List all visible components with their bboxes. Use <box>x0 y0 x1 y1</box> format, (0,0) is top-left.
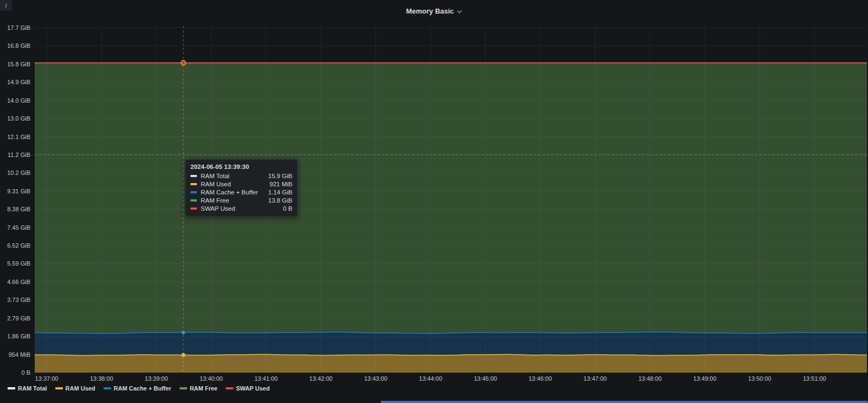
panel-info-icon[interactable]: i <box>0 0 12 11</box>
tooltip-series-value: 1.14 GiB <box>268 189 292 196</box>
chevron-down-icon <box>457 10 462 14</box>
tooltip-series-value: 13.8 GiB <box>268 197 292 204</box>
legend-label: SWAP Used <box>236 385 270 392</box>
legend-label: RAM Used <box>66 385 95 392</box>
series-color-swatch-icon <box>190 175 197 177</box>
tooltip-row: RAM Total15.9 GiB <box>190 173 292 179</box>
legend-item-ram-cache-buffer[interactable]: RAM Cache + Buffer <box>104 385 171 392</box>
tooltip-series-label: RAM Total <box>201 173 229 179</box>
legend-label: RAM Cache + Buffer <box>114 385 171 392</box>
tooltip-series-label: SWAP Used <box>201 205 235 212</box>
tooltip-timestamp: 2024-06-05 13:39:30 <box>190 163 292 170</box>
ram-free-area <box>35 63 867 333</box>
legend-item-swap-used[interactable]: SWAP Used <box>226 385 270 392</box>
series-color-swatch-icon <box>190 183 197 185</box>
memory-chart-canvas[interactable] <box>0 0 868 403</box>
tooltip-series-label: RAM Free <box>201 197 229 204</box>
legend-item-ram-total[interactable]: RAM Total <box>8 385 47 392</box>
tooltip-row: RAM Used921 MiB <box>190 181 292 187</box>
legend-label: RAM Free <box>190 385 218 392</box>
tooltip-series-value: 921 MiB <box>270 181 292 187</box>
series-color-swatch-icon <box>190 199 197 202</box>
tooltip-series-label: RAM Used <box>201 181 231 187</box>
tooltip-series-value: 0 B <box>283 205 292 212</box>
legend-color-swatch-icon <box>55 387 63 389</box>
tooltip-row: SWAP Used0 B <box>190 205 292 212</box>
memory-basic-panel: i Memory Basic 17.7 GiB16.8 GiB15.8 GiB1… <box>0 0 868 403</box>
chart-tooltip: 2024-06-05 13:39:30 RAM Total15.9 GiBRAM… <box>185 159 298 217</box>
ram-cache-area <box>35 332 867 355</box>
legend: RAM TotalRAM UsedRAM Cache + BufferRAM F… <box>8 383 270 393</box>
tooltip-series-label: RAM Cache + Buffer <box>201 189 258 196</box>
legend-color-swatch-icon <box>104 387 111 389</box>
hover-point-used <box>182 353 186 357</box>
ram-used-area <box>35 354 867 373</box>
panel-title: Memory Basic <box>406 7 454 15</box>
tooltip-rows: RAM Total15.9 GiBRAM Used921 MiBRAM Cach… <box>190 173 292 212</box>
series-color-swatch-icon <box>190 207 197 210</box>
legend-color-swatch-icon <box>226 387 233 389</box>
legend-label: RAM Total <box>18 385 47 392</box>
hover-point-cache <box>182 331 185 334</box>
legend-color-swatch-icon <box>8 387 15 389</box>
tooltip-row: RAM Free13.8 GiB <box>190 197 292 204</box>
tooltip-series-value: 15.9 GiB <box>268 173 292 179</box>
panel-title-menu[interactable]: Memory Basic <box>0 0 868 22</box>
tooltip-row: RAM Cache + Buffer1.14 GiB <box>190 189 292 196</box>
horizontal-scrollbar[interactable] <box>381 401 868 403</box>
legend-item-ram-free[interactable]: RAM Free <box>180 385 218 392</box>
legend-color-swatch-icon <box>180 387 187 389</box>
series-color-swatch-icon <box>190 191 197 193</box>
legend-item-ram-used[interactable]: RAM Used <box>55 385 95 392</box>
